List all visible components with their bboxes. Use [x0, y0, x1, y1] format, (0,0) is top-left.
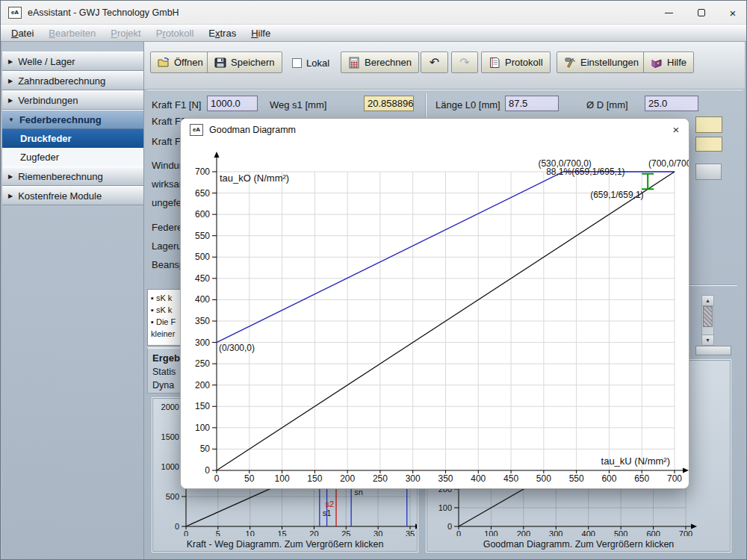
sidebar-item-zahnradberechnung[interactable]: ▶Zahnradberechnung	[2, 71, 143, 90]
svg-text:200: 200	[340, 473, 355, 484]
chevron-collapsed-icon: ▶	[8, 58, 13, 65]
open-button[interactable]: Öffnen	[150, 52, 211, 73]
sidebar-item-label: Kostenfreie Module	[18, 190, 102, 202]
minimize-icon	[665, 13, 673, 13]
svg-text:550: 550	[195, 231, 210, 241]
dialog-title: Goodman Diagramm	[209, 119, 296, 141]
menu-item-protokoll: Protokoll	[149, 26, 202, 40]
chevron-collapsed-icon: ▶	[8, 97, 13, 104]
maximize-button[interactable]	[685, 1, 718, 25]
svg-text:tau_kO (N/mm²): tau_kO (N/mm²)	[220, 172, 289, 184]
menu-bar: DateiBearbeitenProjektProtokollExtrasHil…	[1, 25, 747, 42]
open-folder-icon	[158, 57, 170, 69]
minimize-button[interactable]	[652, 1, 685, 25]
svg-text:s2: s2	[325, 500, 334, 508]
button-sliver[interactable]	[695, 164, 722, 180]
svg-text:25: 25	[341, 529, 350, 536]
svg-text:200: 200	[195, 380, 210, 391]
chevron-expanded-icon: ▼	[8, 116, 14, 123]
sidebar-item-label: Welle / Lager	[18, 56, 75, 67]
svg-text:250: 250	[373, 473, 388, 484]
sidebar-item-welle-lager[interactable]: ▶Welle / Lager	[2, 52, 143, 71]
scroll-thumb[interactable]	[703, 306, 713, 327]
svg-text:20: 20	[309, 529, 318, 536]
menu-item-extras[interactable]: Extras	[201, 26, 244, 40]
svg-text:sn: sn	[354, 488, 363, 497]
help-book-icon	[651, 57, 663, 69]
button-sliver[interactable]	[695, 346, 731, 355]
svg-text:600: 600	[195, 209, 210, 220]
svg-text:0: 0	[456, 529, 461, 536]
svg-text:100: 100	[275, 473, 290, 484]
field-kraft-f1[interactable]: 1000.0	[207, 96, 258, 111]
field-label-partial: Lageru	[152, 240, 182, 252]
goodman-large-chart: 0501001502002503003504004505005506006507…	[182, 143, 689, 488]
svg-text:400: 400	[582, 529, 595, 536]
sidebar-item-verbindungen[interactable]: ▶Verbindungen	[2, 90, 143, 110]
undo-button[interactable]: ↶	[421, 52, 448, 73]
svg-text:200: 200	[517, 529, 530, 536]
svg-text:100: 100	[484, 529, 498, 536]
svg-text:150: 150	[195, 401, 210, 411]
dialog-title-bar[interactable]: eA Goodman Diagramm ×	[181, 119, 689, 141]
scroll-up-icon[interactable]: ▲	[702, 296, 713, 306]
svg-text:500: 500	[536, 473, 551, 484]
dialog-close-button[interactable]: ×	[666, 122, 686, 138]
svg-text:600: 600	[601, 473, 616, 484]
svg-text:400: 400	[195, 294, 210, 305]
sidebar-item-kostenfreie-module[interactable]: ▶Kostenfreie Module	[2, 186, 143, 205]
field-durchmesser-d[interactable]: 25.0	[645, 96, 698, 111]
local-checkbox[interactable]	[292, 58, 302, 68]
sidebar-item-federberechnung[interactable]: ▼Federberechnung	[2, 110, 143, 129]
svg-text:0: 0	[214, 473, 220, 484]
calculate-button[interactable]: Berechnen	[341, 52, 419, 73]
scrollbar[interactable]: ▲ ▼	[701, 295, 714, 346]
maximize-icon	[698, 9, 705, 16]
window-title: eAssistant - GWJ Technology GmbH	[28, 1, 179, 25]
sidebar-item-zugfeder[interactable]: Zugfeder	[2, 148, 143, 167]
protocol-button[interactable]: Protokoll	[481, 52, 551, 73]
result-field-sliver	[695, 116, 722, 133]
field-label-kraft-f1: Kraft F1 [N]	[152, 99, 201, 111]
settings-button[interactable]: Einstellungen	[557, 52, 646, 73]
svg-text:1000: 1000	[161, 462, 179, 471]
kraft-weg-caption: Kraft - Weg Diagramm. Zum Vergrößern kli…	[153, 539, 417, 550]
field-label-laenge-l0: Länge L0 [mm]	[436, 99, 500, 111]
close-button[interactable]: ×	[716, 1, 747, 25]
sidebar-item-druckfeder[interactable]: Druckfeder	[2, 129, 143, 148]
chevron-collapsed-icon: ▶	[8, 193, 13, 199]
settings-tools-icon	[564, 57, 576, 69]
menu-item-datei[interactable]: Datei	[4, 26, 41, 40]
calculate-label: Berechnen	[365, 57, 412, 68]
svg-text:100: 100	[195, 423, 210, 433]
svg-text:(659,1/659,1): (659,1/659,1)	[590, 190, 643, 200]
redo-button[interactable]: ↷	[451, 52, 478, 73]
sidebar-item-riemenberechnung[interactable]: ▶Riemenberechnung	[2, 167, 143, 186]
svg-text:700: 700	[195, 167, 210, 177]
sidebar-item-label: Federberechnung	[19, 114, 102, 125]
sidebar-item-label: Druckfeder	[20, 133, 72, 144]
svg-text:100: 100	[438, 503, 452, 512]
help-label: Hilfe	[667, 57, 686, 68]
svg-text:450: 450	[503, 473, 518, 484]
save-button[interactable]: Speichern	[207, 52, 282, 73]
svg-text:500: 500	[195, 252, 210, 262]
sidebar-item-label: Verbindungen	[18, 95, 78, 106]
svg-text:15: 15	[277, 529, 286, 536]
sidebar-item-label: Riemenberechnung	[18, 171, 102, 182]
svg-text:(0/300,0): (0/300,0)	[219, 343, 255, 353]
navigation-sidebar: ▶Welle / Lager▶Zahnradberechnung▶Verbind…	[2, 42, 144, 559]
svg-text:700: 700	[679, 529, 692, 536]
field-label-partial: Federe	[152, 222, 182, 233]
scroll-down-icon[interactable]: ▼	[702, 335, 713, 345]
svg-text:35: 35	[406, 529, 415, 536]
menu-item-hilfe[interactable]: Hilfe	[244, 26, 278, 40]
svg-text:500: 500	[166, 492, 179, 501]
help-button[interactable]: Hilfe	[643, 52, 694, 73]
undo-icon: ↶	[430, 57, 439, 69]
dialog-app-icon: eA	[190, 124, 203, 136]
field-laenge-l0[interactable]: 87.5	[505, 96, 559, 111]
open-label: Öffnen	[174, 57, 203, 68]
svg-text:30: 30	[374, 529, 382, 536]
svg-text:10: 10	[246, 529, 255, 536]
